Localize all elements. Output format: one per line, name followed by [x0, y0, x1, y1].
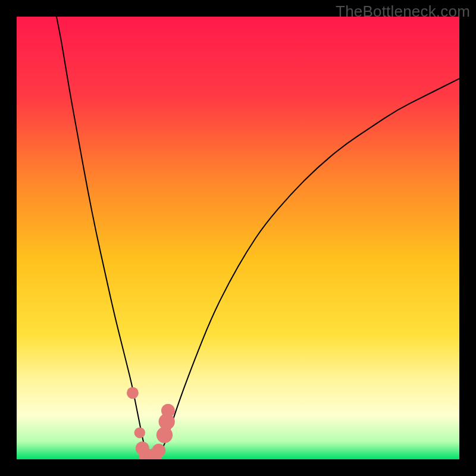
tick-dot	[152, 444, 165, 458]
tick-dot	[161, 404, 175, 418]
watermark-text: TheBottleneck.com	[336, 2, 470, 21]
tick-dot	[127, 387, 139, 399]
chart-svg	[17, 17, 459, 459]
chart-background	[17, 17, 459, 459]
tick-dot	[134, 427, 145, 438]
chart-plot-area	[17, 17, 459, 459]
chart-frame: TheBottleneck.com	[0, 0, 476, 476]
